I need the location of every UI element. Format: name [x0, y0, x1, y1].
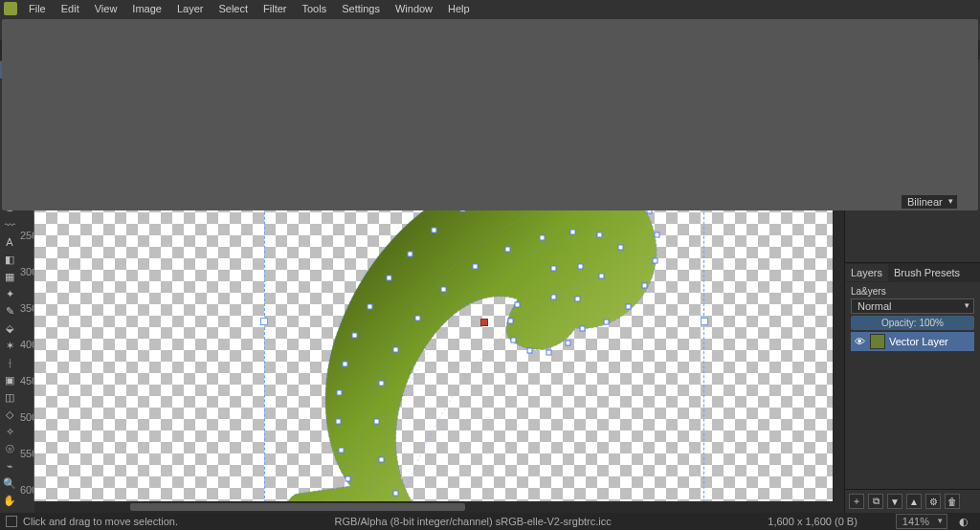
menu-window[interactable]: Window	[388, 1, 440, 16]
layer-thumbnail	[870, 334, 885, 349]
tool-select-contig[interactable]: ✧	[0, 423, 19, 440]
selection-mask-checkbox[interactable]	[6, 516, 17, 527]
layers-panel: Layers Brush Presets La&yers Normal Opac…	[845, 262, 980, 513]
layers-title: La&yers	[851, 286, 974, 297]
layer-buttons: ＋ ⧉ ▼ ▲ ⚙ 🗑	[845, 489, 980, 513]
menu-filter[interactable]: Filter	[256, 1, 294, 16]
tool-zoom[interactable]: 🔍	[0, 475, 19, 492]
menu-tools[interactable]: Tools	[295, 1, 335, 16]
tool-bezier[interactable]: 〰	[0, 216, 19, 233]
tool-select-magnetic[interactable]: ⌁	[0, 457, 19, 475]
tool-assist[interactable]: ✶	[0, 337, 19, 354]
tool-measure[interactable]: ⟊	[0, 354, 19, 371]
layer-row[interactable]: 👁 Vector Layer	[851, 332, 974, 351]
layer-props-button[interactable]: ⚙	[925, 494, 941, 509]
layer-blend-dropdown[interactable]: Normal	[851, 298, 974, 314]
layer-add-button[interactable]: ＋	[849, 494, 864, 509]
tool-text[interactable]: A	[0, 233, 19, 251]
menu-help[interactable]: Help	[440, 1, 478, 16]
tool-pan[interactable]: ✋	[0, 492, 19, 509]
menu-settings[interactable]: Settings	[334, 1, 388, 16]
status-hint: Click and drag to move selection.	[23, 516, 178, 527]
handle-w[interactable]	[260, 318, 268, 325]
smoothing-dropdown[interactable]: Bilinear	[901, 194, 958, 210]
tool-gradient[interactable]: ◧	[0, 251, 19, 268]
tool-deform[interactable]: ✦	[0, 285, 19, 302]
tool-select-bezier[interactable]: ⦾	[0, 440, 19, 457]
status-bar: Click and drag to move selection. RGB/Al…	[0, 513, 980, 530]
menu-select[interactable]: Select	[211, 1, 256, 16]
tool-picker[interactable]: ✎	[0, 302, 19, 320]
tool-pattern[interactable]: ▦	[0, 268, 19, 285]
tool-select-outline[interactable]: ◇	[0, 406, 19, 423]
transform-pivot[interactable]	[480, 319, 488, 326]
menu-file[interactable]: File	[21, 1, 54, 16]
tab-layers[interactable]: Layers	[845, 264, 888, 281]
layer-duplicate-button[interactable]: ⧉	[868, 494, 883, 509]
menu-edit[interactable]: Edit	[54, 1, 87, 16]
layer-name: Vector Layer	[889, 336, 948, 347]
layer-delete-button[interactable]: 🗑	[945, 494, 960, 509]
tool-fill[interactable]: ⬙	[0, 320, 19, 337]
layer-opacity-slider[interactable]: Opacity: 100%	[851, 316, 974, 330]
zoom-dropdown[interactable]: 141%	[896, 514, 947, 529]
layer-visibility-icon[interactable]: 👁	[855, 336, 866, 347]
scrollbar-vertical[interactable]	[833, 75, 844, 501]
status-colorspace: RGB/Alpha (8-bit integer/channel) sRGB-e…	[335, 516, 612, 527]
menu-bar: File Edit View Image Layer Select Filter…	[0, 0, 980, 17]
tool-select-similar[interactable]: ◫	[0, 388, 19, 406]
handle-e[interactable]	[701, 318, 708, 325]
canvas-rotate-icon[interactable]: ◐	[953, 512, 974, 530]
menu-layer[interactable]: Layer	[169, 1, 212, 16]
layer-down-button[interactable]: ▼	[887, 494, 902, 509]
layer-up-button[interactable]: ▲	[906, 494, 922, 509]
status-dimensions: 1,600 x 1,600 (0 B)	[768, 516, 858, 527]
menu-image[interactable]: Image	[124, 1, 169, 16]
tab-brush-presets[interactable]: Brush Presets	[888, 264, 966, 281]
tool-select-rect[interactable]: ▣	[0, 371, 19, 388]
scrollbar-horizontal[interactable]	[34, 501, 844, 513]
canvas-area: 400 450 500 550 600 650 700 750 800 850 …	[19, 59, 844, 513]
menu-view[interactable]: View	[87, 1, 125, 16]
app-icon	[4, 2, 17, 15]
